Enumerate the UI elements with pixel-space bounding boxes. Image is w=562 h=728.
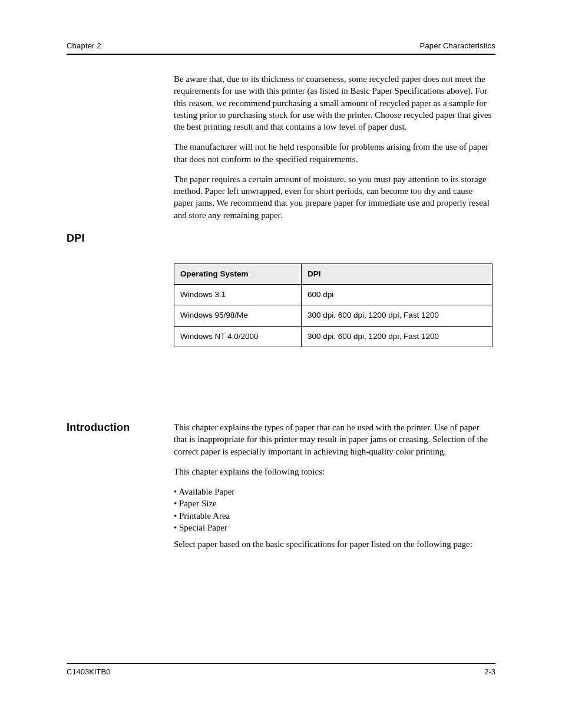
body-paragraph: The paper requires a certain amount of m… bbox=[174, 173, 492, 221]
introduction-content: This chapter explains the types of paper… bbox=[174, 421, 492, 558]
table-cell: 300 dpi, 600 dpi, 1200 dpi, Fast 1200 bbox=[302, 326, 492, 347]
table-header-row: Operating System DPI bbox=[174, 264, 492, 285]
table-row: Windows 95/98/Me 300 dpi, 600 dpi, 1200 … bbox=[174, 305, 492, 326]
table-cell: 600 dpi bbox=[302, 285, 492, 305]
table-cell: Windows 3.1 bbox=[174, 285, 302, 305]
table-cell: Windows 95/98/Me bbox=[174, 305, 302, 326]
intro-bullet: • Available Paper bbox=[174, 487, 234, 496]
intro-bullet: • Paper Size bbox=[174, 499, 217, 508]
table-header-cell: Operating System bbox=[174, 264, 302, 285]
section-heading-dpi: DPI bbox=[67, 232, 85, 245]
dpi-table-container: Operating System DPI Windows 3.1 600 dpi… bbox=[174, 263, 492, 347]
table-row: Windows 3.1 600 dpi bbox=[174, 285, 492, 305]
page-footer: C1403KITB0 2-3 bbox=[67, 663, 495, 676]
dpi-table: Operating System DPI Windows 3.1 600 dpi… bbox=[174, 263, 492, 347]
intro-bullet: • Printable Area bbox=[174, 511, 230, 521]
page-header: Chapter 2 Paper Characteristics bbox=[67, 41, 495, 55]
body-paragraph: Be aware that, due to its thickness or c… bbox=[174, 73, 492, 133]
header-right: Paper Characteristics bbox=[420, 41, 495, 50]
intro-paragraph: This chapter explains the types of paper… bbox=[174, 421, 492, 457]
footer-left: C1403KITB0 bbox=[67, 667, 110, 676]
table-row: Windows NT 4.0/2000 300 dpi, 600 dpi, 12… bbox=[174, 326, 492, 347]
intro-paragraph: This chapter explains the following topi… bbox=[174, 466, 492, 477]
footer-rule bbox=[67, 663, 495, 664]
header-rule bbox=[67, 54, 495, 55]
intro-bullet: • Special Paper bbox=[174, 523, 227, 532]
table-cell: 300 dpi, 600 dpi, 1200 dpi, Fast 1200 bbox=[302, 305, 492, 326]
intro-paragraph: Select paper based on the basic specific… bbox=[174, 538, 492, 550]
section-heading-introduction: Introduction bbox=[67, 421, 130, 434]
body-content: Be aware that, due to its thickness or c… bbox=[174, 73, 492, 229]
body-paragraph: The manufacturer will not he held respon… bbox=[174, 141, 492, 165]
header-left: Chapter 2 bbox=[67, 41, 101, 50]
table-cell: Windows NT 4.0/2000 bbox=[174, 326, 302, 347]
footer-right: 2-3 bbox=[484, 667, 495, 676]
table-header-cell: DPI bbox=[302, 264, 492, 285]
